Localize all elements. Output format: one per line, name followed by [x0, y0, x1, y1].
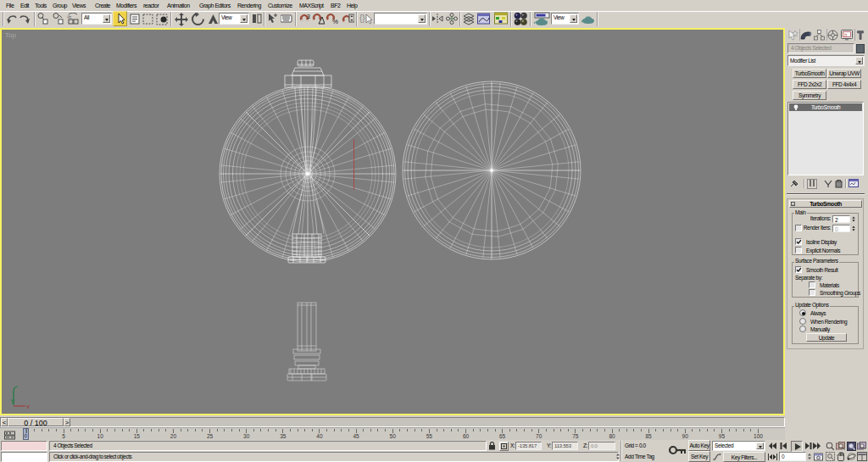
- svg-text:%: %: [332, 18, 338, 25]
- svg-text:Y: Y: [10, 398, 15, 405]
- svg-text:3: 3: [307, 14, 310, 19]
- svg-text:{}: {}: [359, 14, 365, 23]
- svg-text:x: x: [26, 403, 30, 410]
- svg-text:h: h: [844, 32, 847, 37]
